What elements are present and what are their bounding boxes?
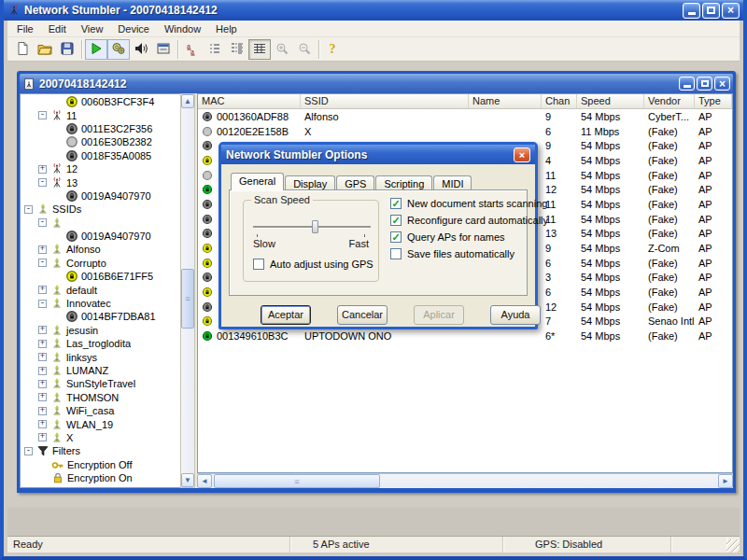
checked-checkbox-icon[interactable]: ✓: [390, 231, 402, 243]
tree-item-13[interactable]: -13: [21, 175, 180, 189]
expand-icon[interactable]: +: [38, 165, 47, 174]
tree-item-0016e30b2382[interactable]: 0016E30B2382: [21, 135, 180, 148]
tree-item-0018f35a0085[interactable]: 0018F35A0085: [21, 149, 180, 162]
checkbox-query-aps-for-names[interactable]: ✓Query APs for names: [390, 231, 505, 243]
unchecked-checkbox-icon[interactable]: [390, 248, 402, 259]
tree-item-wifi-casa[interactable]: +WiFi_casa: [21, 404, 180, 417]
doc-minimize-button[interactable]: [679, 77, 695, 91]
menu-edit[interactable]: Edit: [41, 21, 74, 36]
table-row[interactable]: 001349610B3CUPTODOWN ONO6*54 Mbps(Fake)A…: [198, 329, 732, 343]
tree-item-ssids[interactable]: -SSIDs: [21, 203, 180, 216]
options-button[interactable]: [152, 39, 175, 60]
doc-close-button[interactable]: ×: [714, 77, 730, 91]
expand-icon[interactable]: +: [38, 353, 47, 361]
minimize-button[interactable]: [683, 3, 700, 19]
tree-item-corrupto[interactable]: -Corrupto: [21, 257, 180, 270]
collapse-icon[interactable]: -: [38, 111, 47, 119]
dialog-close-button[interactable]: ×: [514, 147, 530, 162]
tree-item-linksys[interactable]: +linksys: [21, 350, 180, 363]
menu-device[interactable]: Device: [110, 21, 157, 36]
details-view-button[interactable]: [248, 39, 271, 60]
tree-item-innovatec[interactable]: -Innovatec: [21, 297, 180, 310]
tab-display[interactable]: Display: [285, 175, 335, 190]
tab-gps[interactable]: GPS: [336, 175, 374, 190]
tree-item-0019a9407970[interactable]: 0019A9407970: [21, 189, 180, 203]
menu-view[interactable]: View: [74, 21, 111, 36]
tree-item-0019a9407970[interactable]: 0019A9407970: [21, 230, 180, 243]
collapse-icon[interactable]: -: [24, 447, 33, 455]
auto-reconfigure-button[interactable]: [107, 39, 130, 60]
table-row[interactable]: 0001360ADF88Alfonso954 MbpsCyberT...AP: [198, 109, 732, 124]
tree-vertical-scrollbar[interactable]: ▲ ▼: [180, 93, 195, 488]
slider-thumb[interactable]: [312, 220, 318, 233]
tree-item[interactable]: -: [21, 217, 180, 230]
expand-icon[interactable]: +: [38, 245, 47, 254]
tree-item-0016b6e71ff5[interactable]: 0016B6E71FF5: [21, 270, 180, 283]
tree-item-11[interactable]: -11: [21, 108, 180, 121]
aceptar-button[interactable]: Aceptar: [261, 305, 311, 325]
doc-restore-button[interactable]: [697, 77, 712, 91]
auto-adjust-gps-checkbox[interactable]: Auto adjust using GPS: [253, 259, 374, 270]
tree-item-default[interactable]: +default: [21, 283, 180, 296]
new-document-button[interactable]: [11, 39, 34, 60]
tree-item-alfonso[interactable]: +Alfonso: [21, 243, 180, 256]
expand-icon[interactable]: +: [38, 393, 47, 401]
scan-speed-slider[interactable]: [253, 219, 371, 236]
checkbox-save-files-automatically[interactable]: Save files automatically: [390, 248, 514, 259]
scroll-right-icon[interactable]: ►: [718, 474, 733, 488]
collapse-icon[interactable]: -: [38, 259, 47, 267]
column-header-chan[interactable]: Chan: [542, 94, 577, 108]
tree-item-0011e3c2f356[interactable]: 0011E3C2F356: [21, 122, 180, 135]
tree-item-thomson[interactable]: +THOMSON: [21, 391, 180, 404]
checked-checkbox-icon[interactable]: ✓: [390, 215, 402, 226]
checkbox-reconfigure-card-automatically[interactable]: ✓Reconfigure card automatically: [390, 215, 548, 226]
open-file-button[interactable]: [34, 39, 56, 60]
menu-window[interactable]: Window: [157, 21, 208, 36]
menu-file[interactable]: File: [9, 21, 41, 36]
tree-item-las-troglodita[interactable]: +Las_troglodita: [21, 337, 180, 350]
tree-item-encryption-off[interactable]: Encryption Off: [21, 458, 180, 471]
tree-item-filters[interactable]: -Filters: [21, 444, 180, 457]
tree-scroll-thumb[interactable]: [181, 269, 194, 329]
tree-item-0060b3fcf3f4[interactable]: 0060B3FCF3F4: [21, 95, 180, 108]
table-scroll-thumb[interactable]: [214, 474, 380, 488]
column-header-mac[interactable]: MAC: [198, 94, 301, 108]
enable-scan-button[interactable]: [85, 39, 107, 60]
column-header-speed[interactable]: Speed: [577, 94, 644, 108]
outline-view-button[interactable]: [204, 39, 226, 60]
expand-icon[interactable]: +: [38, 433, 47, 441]
collapse-icon[interactable]: -: [38, 300, 47, 308]
checkbox-icon[interactable]: [253, 259, 264, 270]
expand-icon[interactable]: +: [38, 380, 47, 388]
menu-help[interactable]: Help: [208, 21, 245, 36]
table-horizontal-scrollbar[interactable]: ◄ ►: [197, 473, 733, 488]
column-header-ssid[interactable]: SSID: [301, 94, 469, 108]
tree-item-encryption-on[interactable]: Encryption On: [21, 471, 180, 484]
details-outline-view-button[interactable]: [226, 39, 248, 60]
tree-item-12[interactable]: +12: [21, 162, 180, 175]
expand-icon[interactable]: +: [38, 286, 47, 294]
column-header-vendor[interactable]: Vendor: [644, 94, 695, 108]
tab-midi[interactable]: MIDI: [433, 175, 472, 190]
expand-icon[interactable]: +: [38, 367, 47, 375]
checked-checkbox-icon[interactable]: ✓: [390, 198, 402, 209]
scroll-down-icon[interactable]: ▼: [181, 473, 194, 487]
tree-item-lumanz[interactable]: +LUMANZ: [21, 364, 180, 377]
expand-icon[interactable]: +: [38, 420, 47, 428]
expand-icon[interactable]: +: [38, 340, 47, 348]
maximize-button[interactable]: [702, 3, 720, 19]
cancelar-button[interactable]: Cancelar: [337, 305, 388, 325]
save-file-button[interactable]: [56, 39, 78, 60]
tab-general[interactable]: General: [231, 173, 284, 190]
tab-scripting[interactable]: Scripting: [375, 175, 432, 190]
resize-grip[interactable]: [726, 539, 740, 553]
table-row[interactable]: 00120E2E158BX611 Mbps(Fake)AP: [198, 124, 732, 139]
collapse-icon[interactable]: -: [38, 218, 47, 227]
ayuda-button[interactable]: Ayuda: [490, 305, 541, 325]
tree-item-wlan-19[interactable]: +WLAN_19: [21, 417, 180, 430]
auto-size-columns-button[interactable]: aa: [181, 39, 204, 60]
close-button[interactable]: ×: [722, 3, 740, 19]
expand-icon[interactable]: +: [38, 407, 47, 415]
tree-item-0014bf7dba81[interactable]: 0014BF7DBA81: [21, 310, 180, 323]
checkbox-new-document-starts-scanning[interactable]: ✓New document starts scanning: [390, 198, 547, 209]
